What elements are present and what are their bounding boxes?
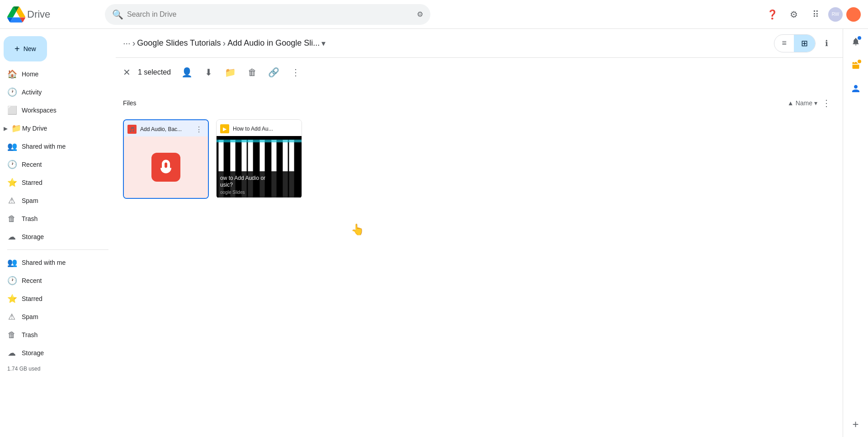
sidebar-item-recent2[interactable]: 🕐 Recent bbox=[0, 272, 108, 290]
new-button[interactable]: + New bbox=[4, 36, 47, 61]
sidebar-item-starred[interactable]: ⭐ Starred bbox=[0, 174, 108, 192]
file-card-2-header: ▶ How to Add Au... ⋮ bbox=[217, 120, 302, 136]
logo-area[interactable]: Drive bbox=[7, 5, 98, 23]
sidebar-item-workspaces[interactable]: ⬜ Workspaces bbox=[0, 101, 108, 119]
sidebar-item-storage[interactable]: ☁ Storage bbox=[0, 228, 108, 246]
piano-subtitle: oogle Slides bbox=[220, 190, 298, 195]
download-icon: ⬇ bbox=[205, 67, 212, 78]
shared2-icon: 👥 bbox=[7, 258, 16, 268]
right-panel-calendar[interactable] bbox=[847, 56, 865, 74]
help-button[interactable]: ❓ bbox=[763, 5, 781, 23]
audio-large-icon bbox=[151, 153, 180, 182]
more-icon: ⋮ bbox=[291, 67, 300, 78]
move-icon: 📁 bbox=[225, 67, 236, 78]
list-view-icon: ≡ bbox=[782, 38, 787, 48]
download-button[interactable]: ⬇ bbox=[200, 63, 218, 81]
breadcrumb-current-text: Add Audio in Google Sli... bbox=[227, 38, 320, 48]
grid-view-icon: ⊞ bbox=[801, 38, 808, 48]
file-menu-btn-1[interactable]: ⋮ bbox=[193, 124, 204, 135]
sidebar-label-trash2: Trash bbox=[22, 331, 38, 338]
file-card-1[interactable]: 🎵 Add Audio, Bac... ⋮ bbox=[123, 119, 209, 199]
audio-thumb bbox=[124, 136, 208, 198]
breadcrumb: ··· › Google Slides Tutorials › Add Audi… bbox=[123, 38, 770, 48]
recent-icon: 🕐 bbox=[7, 160, 16, 169]
sort-button[interactable]: ▲ Name ▾ bbox=[788, 99, 817, 107]
trash-icon: 🗑 bbox=[7, 214, 16, 224]
info-button[interactable]: ℹ bbox=[817, 34, 835, 52]
file-type-icon-2: ▶ bbox=[220, 124, 229, 133]
list-view-button[interactable]: ≡ bbox=[774, 35, 794, 52]
starred2-icon: ⭐ bbox=[7, 294, 16, 304]
sidebar-label-spam: Spam bbox=[22, 197, 38, 204]
share-selected-button[interactable]: 👤 bbox=[178, 63, 196, 81]
sidebar-item-starred2[interactable]: ⭐ Starred bbox=[0, 290, 108, 308]
storage-info: 1.74 GB used bbox=[0, 362, 116, 376]
move-to-button[interactable]: 📁 bbox=[222, 63, 240, 81]
search-input[interactable] bbox=[127, 10, 413, 19]
sidebar-label-shared2: Shared with me bbox=[22, 259, 66, 266]
apps-button[interactable]: ⠿ bbox=[807, 5, 825, 23]
sidebar-item-home[interactable]: 🏠 Home bbox=[0, 65, 108, 83]
breadcrumb-sep2: › bbox=[222, 38, 226, 48]
sidebar-item-my-drive[interactable]: ▸ 📁 My Drive bbox=[0, 119, 108, 137]
sidebar-label-storage: Storage bbox=[22, 233, 44, 240]
content-area: ··· › Google Slides Tutorials › Add Audi… bbox=[116, 29, 843, 437]
sidebar-divider bbox=[7, 249, 108, 250]
add-icon: + bbox=[852, 418, 859, 431]
file-card-2[interactable]: ▶ How to Add Au... ⋮ bbox=[216, 119, 302, 199]
settings-button[interactable]: ⚙ bbox=[785, 5, 803, 23]
piano-title2-text: usic? bbox=[220, 182, 233, 188]
trash-action-icon: 🗑 bbox=[248, 67, 257, 78]
sidebar-item-trash2[interactable]: 🗑 Trash bbox=[0, 326, 108, 344]
info-icon: ℹ bbox=[825, 38, 828, 48]
sidebar-item-storage2[interactable]: ☁ Storage bbox=[0, 344, 108, 362]
content-header: ··· › Google Slides Tutorials › Add Audi… bbox=[116, 29, 843, 58]
top-right-controls: ❓ ⚙ ⠿ RW bbox=[763, 5, 861, 23]
piano-title2: usic? bbox=[220, 182, 298, 189]
sidebar-label-recent2: Recent bbox=[22, 277, 42, 284]
sidebar-item-spam[interactable]: ⚠ Spam bbox=[0, 192, 108, 210]
link-icon: 🔗 bbox=[268, 67, 279, 78]
user-avatar-1[interactable]: RW bbox=[828, 7, 843, 22]
app-container: Drive 🔍 ⚙ ❓ ⚙ ⠿ RW + New bbox=[0, 0, 868, 437]
sidebar-label-activity: Activity bbox=[22, 89, 42, 96]
spam-icon: ⚠ bbox=[7, 196, 16, 206]
breadcrumb-dropdown-icon[interactable]: ▾ bbox=[321, 38, 326, 48]
breadcrumb-more-button[interactable]: ··· bbox=[123, 38, 131, 48]
right-panel-add-button[interactable]: + bbox=[847, 415, 865, 433]
file-type-icon-1: 🎵 bbox=[127, 125, 137, 134]
files-section: Files ▲ Name ▾ ⋮ 🎵 Add A bbox=[116, 87, 843, 206]
piano-title: ow to Add Audio or bbox=[220, 175, 298, 182]
files-more-button[interactable]: ⋮ bbox=[817, 94, 835, 112]
sidebar-item-shared2[interactable]: 👥 Shared with me bbox=[0, 254, 108, 272]
sidebar-item-shared[interactable]: 👥 Shared with me bbox=[0, 137, 108, 155]
more-actions-button[interactable]: ⋮ bbox=[287, 63, 305, 81]
right-panel-people[interactable] bbox=[847, 80, 865, 98]
user-avatar-2[interactable] bbox=[846, 7, 861, 22]
new-plus-icon: + bbox=[14, 44, 20, 54]
header-right-controls: ≡ ⊞ ℹ bbox=[774, 34, 835, 52]
search-icon: 🔍 bbox=[112, 9, 123, 20]
deselect-button[interactable]: ✕ bbox=[123, 67, 131, 78]
breadcrumb-parent[interactable]: Google Slides Tutorials bbox=[137, 38, 221, 48]
sidebar-item-trash[interactable]: 🗑 Trash bbox=[0, 210, 108, 228]
sidebar-label-recent: Recent bbox=[22, 161, 42, 168]
selection-count: 1 selected bbox=[138, 68, 171, 76]
grid-view-button[interactable]: ⊞ bbox=[794, 35, 815, 52]
new-button-label: New bbox=[24, 45, 36, 52]
top-bar: Drive 🔍 ⚙ ❓ ⚙ ⠿ RW bbox=[0, 0, 868, 29]
main-area: + New 🏠 Home 🕐 Activity ⬜ Workspaces ▸ 📁… bbox=[0, 29, 868, 437]
selection-bar: ✕ 1 selected 👤 ⬇ 📁 🗑 🔗 ⋮ bbox=[116, 58, 843, 87]
file-thumb-1 bbox=[124, 136, 208, 198]
right-panel-notifications[interactable] bbox=[847, 33, 865, 51]
storage-icon: ☁ bbox=[7, 232, 16, 242]
sidebar-item-recent[interactable]: 🕐 Recent bbox=[0, 155, 108, 174]
sidebar-item-activity[interactable]: 🕐 Activity bbox=[0, 83, 108, 101]
workspaces-icon: ⬜ bbox=[7, 105, 16, 115]
sidebar-label-starred: Starred bbox=[22, 179, 42, 186]
search-options-icon[interactable]: ⚙ bbox=[417, 10, 423, 19]
search-bar[interactable]: 🔍 ⚙ bbox=[105, 4, 430, 25]
copy-link-button[interactable]: 🔗 bbox=[265, 63, 283, 81]
delete-button[interactable]: 🗑 bbox=[243, 63, 261, 81]
sidebar-item-spam2[interactable]: ⚠ Spam bbox=[0, 308, 108, 326]
